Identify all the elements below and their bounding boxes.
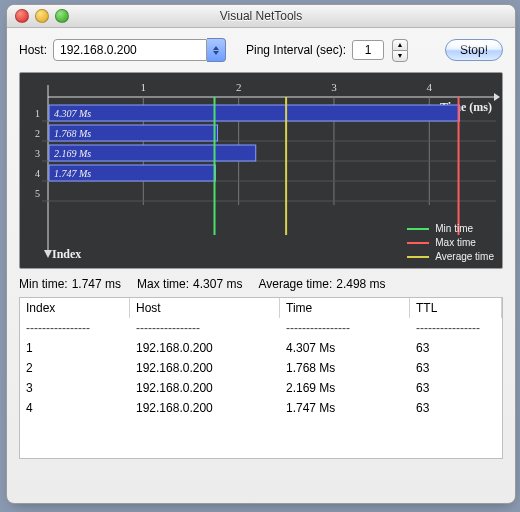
cell-index: 4 — [20, 398, 130, 418]
cell-time: 4.307 Ms — [280, 338, 410, 358]
ping-chart: 1234Time (ms)14.307 Ms21.768 Ms32.169 Ms… — [19, 72, 503, 269]
table-header: Index Host Time TTL — [20, 298, 502, 318]
legend-swatch-min — [407, 228, 429, 230]
legend-label-max: Max time — [435, 237, 476, 248]
ping-interval-stepper[interactable]: ▲ ▼ — [392, 39, 408, 62]
svg-marker-1 — [44, 250, 52, 258]
svg-text:4: 4 — [35, 168, 40, 179]
stat-max-value: 4.307 ms — [193, 277, 242, 291]
cell-time: 1.768 Ms — [280, 358, 410, 378]
window-title: Visual NetTools — [7, 9, 515, 23]
ping-interval-label: Ping Interval (sec): — [246, 43, 346, 57]
minimize-icon[interactable] — [35, 9, 49, 23]
ping-interval-input[interactable] — [352, 40, 384, 60]
svg-text:2.169 Ms: 2.169 Ms — [54, 148, 91, 159]
stop-button[interactable]: Stop! — [445, 39, 503, 61]
svg-rect-15 — [49, 105, 460, 121]
svg-text:5: 5 — [35, 188, 40, 199]
col-time[interactable]: Time — [280, 298, 410, 318]
svg-marker-3 — [494, 93, 500, 101]
table-row[interactable]: 4192.168.0.2001.747 Ms63 — [20, 398, 502, 418]
svg-text:1.768 Ms: 1.768 Ms — [54, 128, 91, 139]
table-row[interactable]: 1192.168.0.2004.307 Ms63 — [20, 338, 502, 358]
toolbar: Host: Ping Interval (sec): ▲ ▼ Stop! — [19, 38, 503, 62]
cell-ttl: 63 — [410, 378, 502, 398]
stat-min-label: Min time: — [19, 277, 68, 291]
host-label: Host: — [19, 43, 47, 57]
stepper-down-icon[interactable]: ▼ — [392, 50, 408, 62]
cell-index: 3 — [20, 378, 130, 398]
cell-host: 192.168.0.200 — [130, 358, 280, 378]
cell-time: 2.169 Ms — [280, 378, 410, 398]
cell-host: 192.168.0.200 — [130, 378, 280, 398]
cell-host: 192.168.0.200 — [130, 338, 280, 358]
stat-avg-label: Average time: — [258, 277, 332, 291]
svg-text:4: 4 — [427, 81, 433, 93]
legend-swatch-max — [407, 242, 429, 244]
stats-bar: Min time: 1.747 ms Max time: 4.307 ms Av… — [19, 277, 503, 291]
svg-text:Index: Index — [52, 247, 81, 261]
col-host[interactable]: Host — [130, 298, 280, 318]
close-icon[interactable] — [15, 9, 29, 23]
stat-min-value: 1.747 ms — [72, 277, 121, 291]
cell-ttl: 63 — [410, 358, 502, 378]
legend-label-avg: Average time — [435, 251, 494, 262]
svg-text:2: 2 — [236, 81, 242, 93]
chart-legend: Min time Max time Average time — [407, 220, 494, 262]
svg-text:1: 1 — [141, 81, 147, 93]
cell-ttl: 63 — [410, 338, 502, 358]
svg-text:4.307 Ms: 4.307 Ms — [54, 108, 91, 119]
cell-host: 192.168.0.200 — [130, 398, 280, 418]
legend-label-min: Min time — [435, 223, 473, 234]
legend-swatch-avg — [407, 256, 429, 258]
svg-text:1.747 Ms: 1.747 Ms — [54, 168, 91, 179]
col-ttl[interactable]: TTL — [410, 298, 502, 318]
titlebar: Visual NetTools — [7, 5, 515, 28]
app-window: { "window": { "title": "Visual NetTools"… — [6, 4, 516, 504]
cell-index: 1 — [20, 338, 130, 358]
host-input[interactable] — [53, 39, 207, 61]
stepper-up-icon[interactable]: ▲ — [392, 39, 408, 50]
table-row[interactable]: 3192.168.0.2002.169 Ms63 — [20, 378, 502, 398]
stat-avg-value: 2.498 ms — [336, 277, 385, 291]
cell-time: 1.747 Ms — [280, 398, 410, 418]
host-dropdown-button[interactable] — [207, 38, 226, 62]
svg-text:3: 3 — [35, 148, 40, 159]
chevron-down-icon — [213, 51, 219, 55]
cell-index: 2 — [20, 358, 130, 378]
col-index[interactable]: Index — [20, 298, 130, 318]
svg-text:1: 1 — [35, 108, 40, 119]
zoom-icon[interactable] — [55, 9, 69, 23]
chevron-up-icon — [213, 46, 219, 50]
table-row[interactable]: 2192.168.0.2001.768 Ms63 — [20, 358, 502, 378]
table-divider: ---------------- ---------------- ------… — [20, 318, 502, 338]
cell-ttl: 63 — [410, 398, 502, 418]
stat-max-label: Max time: — [137, 277, 189, 291]
results-table: Index Host Time TTL ---------------- ---… — [19, 297, 503, 459]
svg-text:3: 3 — [331, 81, 337, 93]
svg-text:2: 2 — [35, 128, 40, 139]
